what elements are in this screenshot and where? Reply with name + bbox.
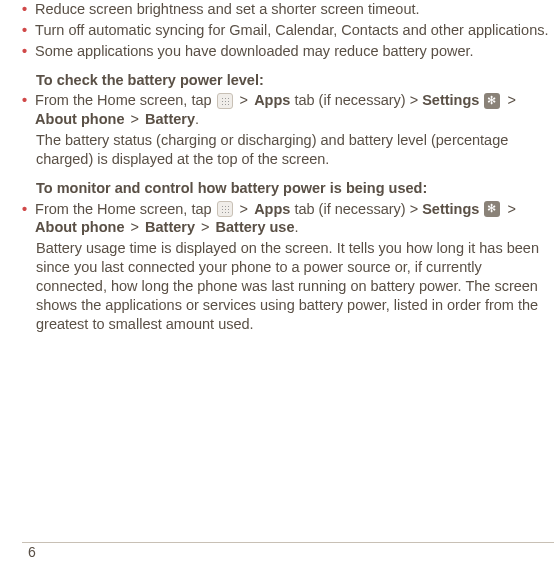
bullet-item: • Reduce screen brightness and set a sho… <box>22 0 554 19</box>
bullet-dot: • <box>22 0 27 19</box>
bullet-text: Reduce screen brightness and set a short… <box>35 0 554 19</box>
separator: > <box>503 201 516 217</box>
bullet-item: • Turn off automatic syncing for Gmail, … <box>22 21 554 40</box>
period: . <box>195 111 199 127</box>
period: . <box>295 219 299 235</box>
apps-label: Apps <box>254 201 290 217</box>
battery-label: Battery <box>145 219 195 235</box>
separator: > <box>503 92 516 108</box>
footer-rule <box>22 542 554 543</box>
bullet-item: • Some applications you have downloaded … <box>22 42 554 61</box>
gear-icon <box>484 93 500 109</box>
bullet-text: Turn off automatic syncing for Gmail, Ca… <box>35 21 554 40</box>
settings-label: Settings <box>422 201 479 217</box>
battery-usage-paragraph: Battery usage time is displayed on the s… <box>22 239 554 333</box>
bullet-text: Some applications you have downloaded ma… <box>35 42 554 61</box>
apps-label: Apps <box>254 92 290 108</box>
section-heading-check-battery: To check the battery power level: <box>22 71 554 90</box>
nav-path-text: From the Home screen, tap > Apps tab (if… <box>35 200 554 238</box>
separator: > <box>236 92 253 108</box>
about-phone-label: About phone <box>35 219 124 235</box>
tab-suffix: tab (if necessary) > <box>290 201 422 217</box>
about-phone-label: About phone <box>35 111 124 127</box>
apps-drawer-icon <box>217 93 233 109</box>
bullet-dot: • <box>22 91 27 129</box>
separator: > <box>197 219 214 235</box>
tab-suffix: tab (if necessary) > <box>290 92 422 108</box>
gear-icon <box>484 201 500 217</box>
nav-prefix: From the Home screen, tap <box>35 92 216 108</box>
bullet-dot: • <box>22 200 27 238</box>
nav-path-text: From the Home screen, tap > Apps tab (if… <box>35 91 554 129</box>
nav-path-monitor-battery: • From the Home screen, tap > Apps tab (… <box>22 200 554 238</box>
page-number: 6 <box>28 543 36 561</box>
separator: > <box>126 219 143 235</box>
separator: > <box>126 111 143 127</box>
settings-label: Settings <box>422 92 479 108</box>
nav-path-check-battery: • From the Home screen, tap > Apps tab (… <box>22 91 554 129</box>
bullet-dot: • <box>22 42 27 61</box>
nav-prefix: From the Home screen, tap <box>35 201 216 217</box>
separator: > <box>236 201 253 217</box>
bullet-dot: • <box>22 21 27 40</box>
battery-status-paragraph: The battery status (charging or discharg… <box>22 131 554 169</box>
battery-use-label: Battery use <box>216 219 295 235</box>
section-heading-monitor-battery: To monitor and control how battery power… <box>22 179 554 198</box>
battery-label: Battery <box>145 111 195 127</box>
apps-drawer-icon <box>217 201 233 217</box>
